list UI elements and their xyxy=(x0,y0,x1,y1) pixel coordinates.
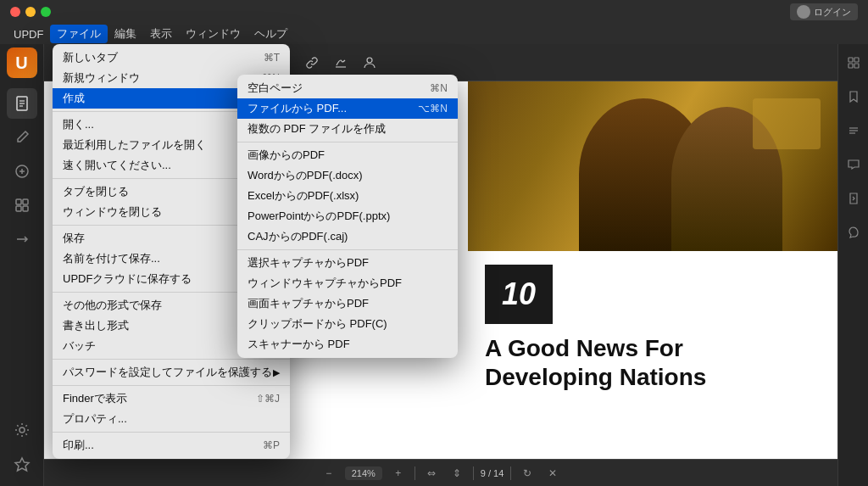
menu-window[interactable]: ウィンドウ xyxy=(179,25,248,43)
submenu-from-excel[interactable]: ExcelからのPDF(.xlsx) xyxy=(237,186,458,206)
menu-bar: UPDF ファイル 編集 表示 ウィンドウ ヘルプ xyxy=(0,24,868,44)
menu-edit[interactable]: 編集 xyxy=(108,25,143,43)
traffic-lights xyxy=(0,7,51,17)
submenu-from-caj[interactable]: CAJからのPDF(.caj) xyxy=(237,226,458,247)
submenu-multiple-pdf[interactable]: 複数の PDF ファイルを作成 xyxy=(237,119,458,139)
submenu-from-file[interactable]: ファイルから PDF... ⌥⌘N xyxy=(237,98,458,119)
submenu-from-ppt[interactable]: PowerPointからのPDF(.pptx) xyxy=(237,206,458,226)
submenu-blank-page[interactable]: 空白ページ ⌘N xyxy=(237,78,458,98)
close-button[interactable] xyxy=(10,7,20,17)
submenu-sep2 xyxy=(237,249,458,250)
menu-new-tab[interactable]: 新しいタブ ⌘T xyxy=(53,47,290,68)
menu-password[interactable]: パスワードを設定してファイルを保護する ▶ xyxy=(53,362,290,383)
title-bar-right: ログイン xyxy=(790,3,868,20)
menu-print[interactable]: 印刷... ⌘P xyxy=(53,435,290,455)
login-label: ログイン xyxy=(814,6,851,19)
menu-updf[interactable]: UPDF xyxy=(7,26,50,42)
login-button[interactable]: ログイン xyxy=(790,3,858,20)
menu-help[interactable]: ヘルプ xyxy=(248,25,294,43)
dropdown-overlay[interactable]: 新しいタブ ⌘T 新規ウィンドウ ⌘N 作成 ▶ 開く... ⌘O 最近利用した… xyxy=(0,44,868,486)
menu-properties[interactable]: プロパティ... xyxy=(53,409,290,429)
title-bar: ログイン xyxy=(0,0,868,24)
submenu-capture-select[interactable]: 選択キャプチャからPDF xyxy=(237,253,458,273)
menu-file[interactable]: ファイル xyxy=(50,25,108,43)
submenu-sep1 xyxy=(237,142,458,142)
menu-view[interactable]: 表示 xyxy=(143,25,179,43)
menu-sep6 xyxy=(53,385,290,386)
submenu-clipboard[interactable]: クリップボードから PDF(C) xyxy=(237,314,458,334)
menu-sep7 xyxy=(53,432,290,433)
avatar xyxy=(797,5,810,19)
submenu-capture-window[interactable]: ウィンドウキャプチャからPDF xyxy=(237,273,458,293)
submenu-capture-screen[interactable]: 画面キャプチャからPDF xyxy=(237,293,458,314)
maximize-button[interactable] xyxy=(41,7,51,17)
create-submenu: 空白ページ ⌘N ファイルから PDF... ⌥⌘N 複数の PDF ファイルを… xyxy=(237,75,458,358)
menu-finder[interactable]: Finderで表示 ⇧⌘J xyxy=(53,388,290,409)
minimize-button[interactable] xyxy=(25,7,36,17)
submenu-scanner[interactable]: スキャナーから PDF xyxy=(237,334,458,355)
submenu-from-image[interactable]: 画像からのPDF xyxy=(237,145,458,165)
submenu-from-word[interactable]: WordからのPDF(.docx) xyxy=(237,165,458,186)
menu-sep5 xyxy=(53,359,290,360)
